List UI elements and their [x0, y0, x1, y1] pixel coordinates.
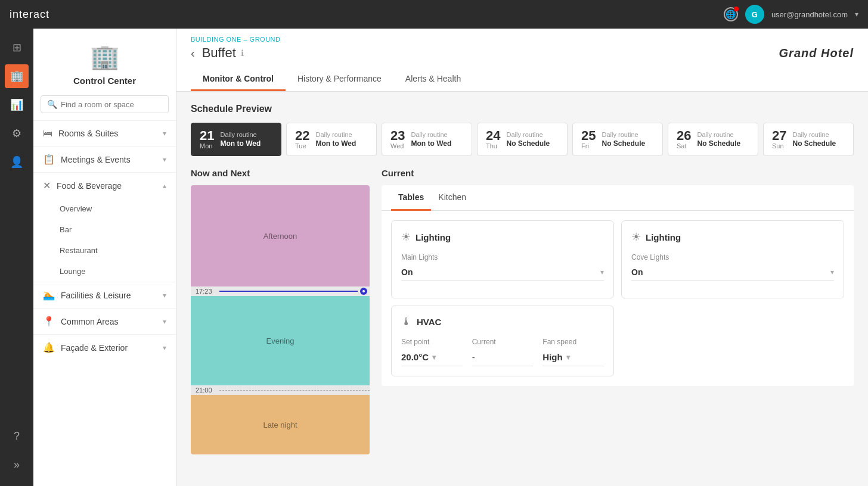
hvac-setpoint-select[interactable]: 20.0°C ▾ — [401, 348, 463, 366]
evening-block: Evening — [191, 296, 370, 385]
sidebar-item-common[interactable]: 📍 Common Areas ▾ — [33, 309, 176, 334]
day-name-25: Fri — [581, 142, 596, 149]
latenight-label: Late night — [263, 420, 297, 429]
schedule-card-23[interactable]: 23 Wed Daily routine Mon to Wed — [382, 123, 472, 156]
schedule-card-27[interactable]: 27 Sun Daily routine No Schedule — [763, 123, 854, 156]
routine-info-21: Daily routine Mon to Wed — [220, 131, 261, 148]
sidebar-title: Control Center — [73, 76, 136, 86]
page-title: ‹ Buffet ℹ — [191, 45, 244, 61]
routine-info-27: Daily routine No Schedule — [792, 131, 836, 148]
hvac-fanspeed-field: Fan speed High ▾ — [542, 338, 604, 366]
lighting-cove-header: ☀ Lighting — [631, 230, 834, 244]
nav-facilities: 🏊 Facilities & Leisure ▾ — [33, 282, 176, 308]
breadcrumb: Building One – Ground — [191, 36, 854, 43]
schedule-card-22[interactable]: 22 Tue Daily routine Mon to Wed — [286, 123, 377, 156]
schedule-card-24[interactable]: 24 Thu Daily routine No Schedule — [477, 123, 568, 156]
lighting-main-header: ☀ Lighting — [401, 230, 604, 244]
icon-bar-sliders[interactable]: ⚙ — [5, 122, 29, 145]
day-name-24: Thu — [486, 142, 500, 149]
hvac-fanspeed-select[interactable]: High ▾ — [542, 348, 604, 366]
tab-tables[interactable]: Tables — [391, 185, 431, 211]
hvac-setpoint-arrow: ▾ — [432, 353, 436, 362]
routine-name-23: Mon to Wed — [411, 139, 451, 148]
user-avatar[interactable]: G — [745, 5, 764, 24]
schedule-card-26[interactable]: 26 Sat Daily routine No Schedule — [668, 123, 758, 156]
routine-label-22: Daily routine — [315, 131, 356, 138]
hvac-title: HVAC — [417, 317, 441, 327]
rooms-icon: 🛏 — [43, 128, 52, 139]
day-name-27: Sun — [772, 142, 786, 149]
time-marker-21: 21:00 — [191, 385, 370, 395]
facade-caret: ▾ — [163, 344, 166, 352]
page-title-row: ‹ Buffet ℹ Grand Hotel — [191, 45, 854, 61]
top-nav-right: 🌐 G user@grandhotel.com ▾ — [724, 5, 858, 24]
sidebar-sub-bar[interactable]: Bar — [33, 219, 176, 240]
tab-kitchen[interactable]: Kitchen — [431, 185, 473, 211]
latenight-block: Late night — [191, 395, 370, 454]
current-title: Current — [382, 168, 854, 178]
day-num-24: 24 — [486, 129, 500, 142]
schedule-card-25[interactable]: 25 Fri Daily routine No Schedule — [572, 123, 663, 156]
routine-name-21: Mon to Wed — [220, 139, 261, 148]
schedule-card-21[interactable]: 21 Mon Daily routine Mon to Wed — [191, 123, 281, 156]
sidebar-item-rooms[interactable]: 🛏 Rooms & Suites ▾ — [33, 121, 176, 146]
sidebar-sub-overview[interactable]: Overview — [33, 198, 176, 219]
sidebar: 🏢 Control Center 🔍 🛏 Rooms & Suites ▾ 📋 … — [33, 29, 176, 486]
routine-label-27: Daily routine — [792, 131, 836, 138]
facilities-label: Facilities & Leisure — [61, 291, 157, 300]
day-num-23: 23 — [390, 129, 405, 142]
icon-bar-users[interactable]: 👤 — [5, 150, 29, 174]
back-button[interactable]: ‹ — [191, 46, 195, 60]
routine-label-26: Daily routine — [697, 131, 740, 138]
notification-badge — [734, 7, 739, 11]
tab-monitor-control[interactable]: Monitor & Control — [191, 68, 286, 91]
lighting-main-card: ☀ Lighting Main Lights On ▾ — [391, 220, 614, 298]
hvac-setpoint-field: Set point 20.0°C ▾ — [401, 338, 463, 366]
icon-bar-grid[interactable]: ⊞ — [5, 36, 29, 60]
cove-lights-select[interactable]: On ▾ — [631, 264, 834, 281]
facilities-caret: ▾ — [163, 291, 166, 300]
user-menu-caret[interactable]: ▾ — [855, 10, 858, 18]
sidebar-item-food[interactable]: ✕ Food & Beverage ▴ — [33, 173, 176, 198]
nav-rooms-suites: 🛏 Rooms & Suites ▾ — [33, 120, 176, 146]
schedule-cards: 21 Mon Daily routine Mon to Wed 22 Tue D… — [191, 123, 854, 156]
routine-label-21: Daily routine — [220, 131, 261, 138]
main-lights-select[interactable]: On ▾ — [401, 264, 604, 281]
page-title-text: Buffet — [202, 45, 236, 61]
day-num-27: 27 — [772, 129, 786, 142]
afternoon-block: Afternoon — [191, 185, 370, 286]
sidebar-item-meetings[interactable]: 📋 Meetings & Events ▾ — [33, 147, 176, 172]
main-content: Building One – Ground ‹ Buffet ℹ Grand H… — [176, 29, 868, 486]
facade-icon: 🔔 — [43, 342, 55, 353]
sidebar-sub-restaurant[interactable]: Restaurant — [33, 240, 176, 261]
icon-bar-help[interactable]: ? — [5, 424, 29, 448]
sidebar-sub-lounge[interactable]: Lounge — [33, 261, 176, 282]
schedule-preview-title: Schedule Preview — [191, 104, 854, 114]
sidebar-item-facade[interactable]: 🔔 Façade & Exterior ▾ — [33, 335, 176, 360]
icon-bar: ⊞ 🏢 📊 ⚙ 👤 ? » — [0, 29, 33, 486]
routine-info-25: Daily routine No Schedule — [602, 131, 645, 148]
day-name-26: Sat — [677, 142, 691, 149]
globe-icon[interactable]: 🌐 — [724, 7, 738, 21]
lighting-cove-title: Lighting — [646, 232, 681, 242]
day-name-21: Mon — [200, 142, 214, 149]
hvac-setpoint-label: Set point — [401, 338, 463, 346]
sidebar-search-container[interactable]: 🔍 — [41, 95, 169, 113]
meetings-icon: 📋 — [43, 154, 55, 165]
icon-bar-expand[interactable]: » — [5, 453, 29, 476]
icon-bar-chart[interactable]: 📊 — [5, 93, 29, 117]
hvac-card: 🌡 HVAC Set point 20.0°C ▾ — [391, 306, 614, 376]
sidebar-item-facilities[interactable]: 🏊 Facilities & Leisure ▾ — [33, 282, 176, 308]
day-num-26: 26 — [677, 129, 691, 142]
rooms-caret: ▾ — [163, 129, 166, 138]
tab-alerts-health[interactable]: Alerts & Health — [393, 68, 473, 91]
facade-label: Façade & Exterior — [61, 343, 157, 353]
info-icon[interactable]: ℹ — [241, 48, 244, 58]
food-caret: ▴ — [163, 182, 166, 190]
hotel-logo: Grand Hotel — [779, 46, 854, 60]
hvac-current-label: Current — [472, 338, 534, 346]
tab-history-performance[interactable]: History & Performance — [286, 68, 393, 91]
food-label: Food & Beverage — [57, 181, 157, 191]
search-input[interactable] — [61, 100, 162, 109]
icon-bar-building[interactable]: 🏢 — [5, 64, 29, 88]
